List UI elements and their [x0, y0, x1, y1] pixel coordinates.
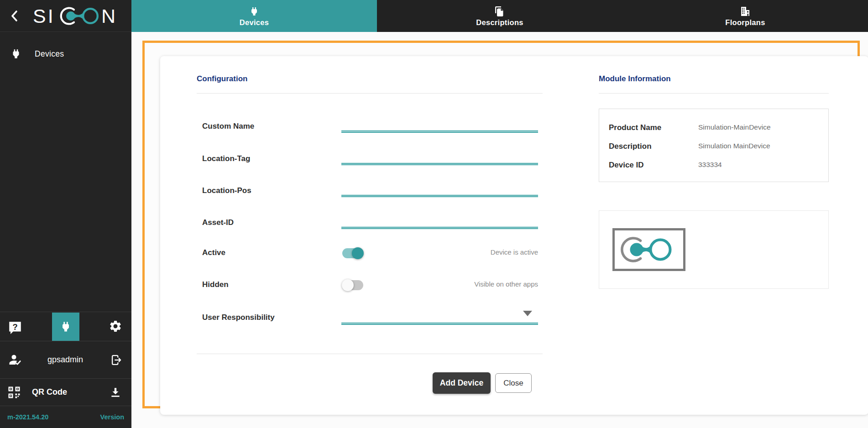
version-row: m-2021.54.20 Version [0, 406, 131, 428]
asset-id-input[interactable] [341, 227, 538, 229]
device-id-label: Device ID [609, 161, 644, 170]
divider [197, 354, 543, 354]
user-responsibility-select[interactable] [341, 323, 538, 325]
tab-devices[interactable]: Devices [131, 0, 377, 32]
sicon-co-logo [612, 228, 685, 271]
hidden-label: Hidden [202, 280, 229, 289]
module-information-title: Module Information [599, 74, 671, 84]
version-value: m-2021.54.20 [7, 413, 48, 421]
plug-icon [59, 320, 72, 333]
divider [599, 93, 829, 94]
chevron-left-icon [10, 10, 20, 22]
user-check-icon [8, 353, 22, 367]
logout-button[interactable] [110, 354, 123, 366]
active-label: Active [202, 248, 225, 257]
user-responsibility-label: User Responsibility [202, 313, 275, 322]
device-form-card: Configuration Custom Name Location-Tag L… [160, 56, 868, 415]
logo-suffix: N [101, 5, 115, 27]
asset-id-label: Asset-ID [202, 218, 234, 227]
product-name-value: Simulation-MainDevice [698, 123, 771, 131]
location-pos-label: Location-Pos [202, 186, 251, 195]
custom-name-input[interactable] [341, 130, 538, 133]
sidebar-item-devices[interactable]: Devices [0, 43, 131, 65]
download-icon [110, 386, 121, 398]
plug-icon [10, 48, 22, 60]
module-logo-box [599, 210, 829, 289]
co-logo-glyph [617, 232, 681, 267]
tab-descriptions[interactable]: Descriptions [377, 0, 622, 32]
tab-label: Floorplans [725, 18, 765, 27]
download-button[interactable] [110, 386, 121, 398]
description-value: Simulation MainDevice [698, 142, 770, 150]
highlight-frame: Configuration Custom Name Location-Tag L… [142, 41, 860, 408]
logout-icon [110, 354, 123, 366]
help-icon: ? [7, 320, 23, 335]
qr-code-row[interactable]: QR Code [0, 379, 131, 406]
location-tag-input[interactable] [341, 163, 538, 165]
add-device-button[interactable]: Add Device [433, 372, 491, 394]
tab-label: Descriptions [476, 18, 523, 27]
version-label: Version [100, 413, 124, 421]
sidebar-logo-bar: SI N [0, 0, 131, 32]
sidebar-footer-icons: ? [0, 312, 131, 341]
sicon-app: SI N Devices ? [0, 0, 868, 428]
building-icon [740, 6, 751, 17]
divider [197, 93, 543, 94]
close-button[interactable]: Close [495, 373, 532, 393]
location-pos-input[interactable] [341, 195, 538, 197]
qr-code-label: QR Code [32, 387, 110, 397]
plug-icon [249, 6, 260, 17]
user-row: gpsadmin [0, 341, 131, 379]
product-name-label: Product Name [609, 123, 661, 132]
sicon-logo: SI N [32, 4, 117, 28]
logo-link [74, 13, 83, 19]
copy-icon [494, 6, 505, 17]
custom-name-label: Custom Name [202, 122, 254, 131]
collapse-sidebar-button[interactable] [7, 9, 22, 23]
hidden-hint: Visible on other apps [341, 280, 538, 288]
active-hint: Device is active [341, 248, 538, 256]
tab-floorplans[interactable]: Floorplans [622, 0, 868, 32]
settings-button[interactable] [109, 319, 123, 334]
configuration-title: Configuration [197, 74, 247, 84]
location-tag-label: Location-Tag [202, 154, 250, 163]
logo-o-ring [83, 9, 98, 23]
main-content: Configuration Custom Name Location-Tag L… [131, 32, 868, 428]
sidebar-item-label: Devices [35, 49, 64, 59]
qr-code-icon [7, 386, 21, 399]
module-info-box: Product Name Simulation-MainDevice Descr… [599, 109, 829, 182]
svg-text:?: ? [12, 322, 17, 332]
sidebar: SI N Devices ? [0, 0, 131, 428]
chevron-down-icon[interactable] [523, 311, 532, 316]
tab-label: Devices [240, 18, 269, 27]
logo-prefix: SI [33, 5, 55, 27]
help-button[interactable]: ? [7, 320, 23, 335]
top-tab-bar: Devices Descriptions [131, 0, 868, 32]
description-label: Description [609, 142, 652, 151]
devices-module-button[interactable] [52, 313, 79, 341]
device-id-value: 333334 [698, 161, 722, 169]
username: gpsadmin [47, 355, 110, 365]
gear-icon [109, 319, 122, 333]
